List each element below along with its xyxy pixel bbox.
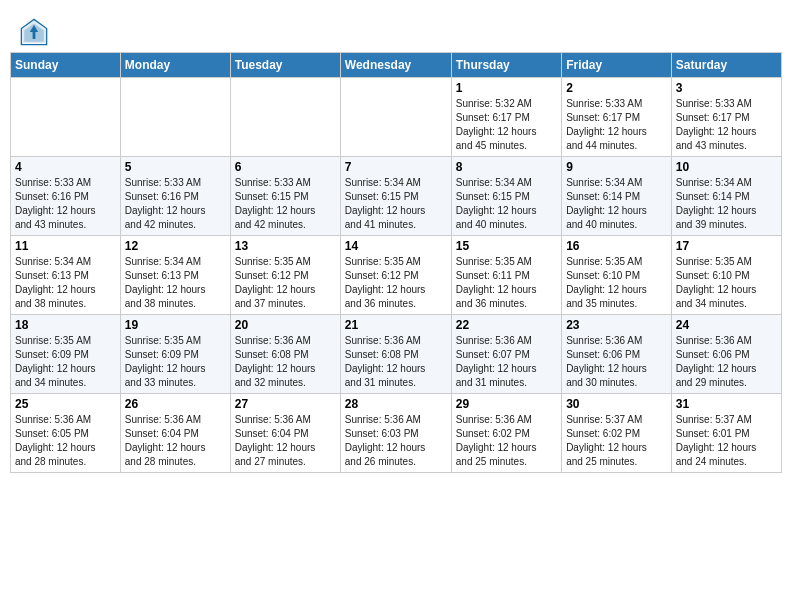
day-number: 27 <box>235 397 336 411</box>
calendar-cell: 20Sunrise: 5:36 AM Sunset: 6:08 PM Dayli… <box>230 315 340 394</box>
weekday-header: Friday <box>562 53 672 78</box>
day-info: Sunrise: 5:33 AM Sunset: 6:15 PM Dayligh… <box>235 176 336 232</box>
day-number: 23 <box>566 318 667 332</box>
calendar-week-row: 18Sunrise: 5:35 AM Sunset: 6:09 PM Dayli… <box>11 315 782 394</box>
calendar-cell: 1Sunrise: 5:32 AM Sunset: 6:17 PM Daylig… <box>451 78 561 157</box>
calendar-cell: 24Sunrise: 5:36 AM Sunset: 6:06 PM Dayli… <box>671 315 781 394</box>
calendar-cell: 25Sunrise: 5:36 AM Sunset: 6:05 PM Dayli… <box>11 394 121 473</box>
calendar-cell: 21Sunrise: 5:36 AM Sunset: 6:08 PM Dayli… <box>340 315 451 394</box>
day-info: Sunrise: 5:35 AM Sunset: 6:12 PM Dayligh… <box>345 255 447 311</box>
day-info: Sunrise: 5:34 AM Sunset: 6:15 PM Dayligh… <box>345 176 447 232</box>
day-number: 31 <box>676 397 777 411</box>
weekday-header: Tuesday <box>230 53 340 78</box>
day-info: Sunrise: 5:33 AM Sunset: 6:17 PM Dayligh… <box>566 97 667 153</box>
day-number: 16 <box>566 239 667 253</box>
day-info: Sunrise: 5:36 AM Sunset: 6:08 PM Dayligh… <box>345 334 447 390</box>
day-number: 14 <box>345 239 447 253</box>
calendar-header-row: SundayMondayTuesdayWednesdayThursdayFrid… <box>11 53 782 78</box>
weekday-header: Monday <box>120 53 230 78</box>
calendar-cell: 13Sunrise: 5:35 AM Sunset: 6:12 PM Dayli… <box>230 236 340 315</box>
day-number: 10 <box>676 160 777 174</box>
calendar-table: SundayMondayTuesdayWednesdayThursdayFrid… <box>10 52 782 473</box>
day-number: 19 <box>125 318 226 332</box>
calendar-cell: 9Sunrise: 5:34 AM Sunset: 6:14 PM Daylig… <box>562 157 672 236</box>
day-number: 11 <box>15 239 116 253</box>
calendar-cell: 17Sunrise: 5:35 AM Sunset: 6:10 PM Dayli… <box>671 236 781 315</box>
day-number: 15 <box>456 239 557 253</box>
calendar-cell: 18Sunrise: 5:35 AM Sunset: 6:09 PM Dayli… <box>11 315 121 394</box>
day-info: Sunrise: 5:32 AM Sunset: 6:17 PM Dayligh… <box>456 97 557 153</box>
day-info: Sunrise: 5:35 AM Sunset: 6:11 PM Dayligh… <box>456 255 557 311</box>
calendar-cell: 8Sunrise: 5:34 AM Sunset: 6:15 PM Daylig… <box>451 157 561 236</box>
page-header <box>10 10 782 52</box>
day-info: Sunrise: 5:37 AM Sunset: 6:02 PM Dayligh… <box>566 413 667 469</box>
calendar-cell: 14Sunrise: 5:35 AM Sunset: 6:12 PM Dayli… <box>340 236 451 315</box>
calendar-cell <box>120 78 230 157</box>
day-info: Sunrise: 5:35 AM Sunset: 6:10 PM Dayligh… <box>676 255 777 311</box>
calendar-cell: 28Sunrise: 5:36 AM Sunset: 6:03 PM Dayli… <box>340 394 451 473</box>
day-number: 28 <box>345 397 447 411</box>
calendar-cell: 3Sunrise: 5:33 AM Sunset: 6:17 PM Daylig… <box>671 78 781 157</box>
day-number: 7 <box>345 160 447 174</box>
logo <box>20 18 52 46</box>
day-info: Sunrise: 5:37 AM Sunset: 6:01 PM Dayligh… <box>676 413 777 469</box>
day-number: 22 <box>456 318 557 332</box>
day-info: Sunrise: 5:36 AM Sunset: 6:04 PM Dayligh… <box>125 413 226 469</box>
day-number: 29 <box>456 397 557 411</box>
calendar-cell: 23Sunrise: 5:36 AM Sunset: 6:06 PM Dayli… <box>562 315 672 394</box>
calendar-cell: 26Sunrise: 5:36 AM Sunset: 6:04 PM Dayli… <box>120 394 230 473</box>
calendar-week-row: 25Sunrise: 5:36 AM Sunset: 6:05 PM Dayli… <box>11 394 782 473</box>
day-number: 9 <box>566 160 667 174</box>
calendar-week-row: 11Sunrise: 5:34 AM Sunset: 6:13 PM Dayli… <box>11 236 782 315</box>
day-number: 5 <box>125 160 226 174</box>
day-info: Sunrise: 5:36 AM Sunset: 6:02 PM Dayligh… <box>456 413 557 469</box>
calendar-cell: 27Sunrise: 5:36 AM Sunset: 6:04 PM Dayli… <box>230 394 340 473</box>
calendar-cell: 5Sunrise: 5:33 AM Sunset: 6:16 PM Daylig… <box>120 157 230 236</box>
day-number: 24 <box>676 318 777 332</box>
day-info: Sunrise: 5:35 AM Sunset: 6:09 PM Dayligh… <box>125 334 226 390</box>
calendar-cell: 12Sunrise: 5:34 AM Sunset: 6:13 PM Dayli… <box>120 236 230 315</box>
calendar-week-row: 1Sunrise: 5:32 AM Sunset: 6:17 PM Daylig… <box>11 78 782 157</box>
weekday-header: Sunday <box>11 53 121 78</box>
day-info: Sunrise: 5:36 AM Sunset: 6:08 PM Dayligh… <box>235 334 336 390</box>
day-number: 17 <box>676 239 777 253</box>
day-info: Sunrise: 5:34 AM Sunset: 6:13 PM Dayligh… <box>125 255 226 311</box>
day-number: 13 <box>235 239 336 253</box>
day-number: 4 <box>15 160 116 174</box>
day-number: 20 <box>235 318 336 332</box>
day-number: 2 <box>566 81 667 95</box>
day-info: Sunrise: 5:35 AM Sunset: 6:09 PM Dayligh… <box>15 334 116 390</box>
day-info: Sunrise: 5:34 AM Sunset: 6:14 PM Dayligh… <box>566 176 667 232</box>
calendar-cell: 15Sunrise: 5:35 AM Sunset: 6:11 PM Dayli… <box>451 236 561 315</box>
day-number: 30 <box>566 397 667 411</box>
calendar-cell: 11Sunrise: 5:34 AM Sunset: 6:13 PM Dayli… <box>11 236 121 315</box>
calendar-cell: 16Sunrise: 5:35 AM Sunset: 6:10 PM Dayli… <box>562 236 672 315</box>
calendar-cell <box>11 78 121 157</box>
calendar-week-row: 4Sunrise: 5:33 AM Sunset: 6:16 PM Daylig… <box>11 157 782 236</box>
day-number: 6 <box>235 160 336 174</box>
day-number: 8 <box>456 160 557 174</box>
day-number: 26 <box>125 397 226 411</box>
calendar-cell <box>230 78 340 157</box>
weekday-header: Saturday <box>671 53 781 78</box>
day-info: Sunrise: 5:36 AM Sunset: 6:07 PM Dayligh… <box>456 334 557 390</box>
day-info: Sunrise: 5:33 AM Sunset: 6:16 PM Dayligh… <box>125 176 226 232</box>
day-number: 3 <box>676 81 777 95</box>
calendar-cell <box>340 78 451 157</box>
calendar-cell: 22Sunrise: 5:36 AM Sunset: 6:07 PM Dayli… <box>451 315 561 394</box>
day-info: Sunrise: 5:35 AM Sunset: 6:12 PM Dayligh… <box>235 255 336 311</box>
calendar-cell: 10Sunrise: 5:34 AM Sunset: 6:14 PM Dayli… <box>671 157 781 236</box>
calendar-cell: 29Sunrise: 5:36 AM Sunset: 6:02 PM Dayli… <box>451 394 561 473</box>
day-info: Sunrise: 5:36 AM Sunset: 6:06 PM Dayligh… <box>566 334 667 390</box>
calendar-cell: 30Sunrise: 5:37 AM Sunset: 6:02 PM Dayli… <box>562 394 672 473</box>
day-number: 21 <box>345 318 447 332</box>
day-info: Sunrise: 5:34 AM Sunset: 6:15 PM Dayligh… <box>456 176 557 232</box>
day-info: Sunrise: 5:36 AM Sunset: 6:06 PM Dayligh… <box>676 334 777 390</box>
day-number: 12 <box>125 239 226 253</box>
weekday-header: Thursday <box>451 53 561 78</box>
calendar-cell: 7Sunrise: 5:34 AM Sunset: 6:15 PM Daylig… <box>340 157 451 236</box>
day-info: Sunrise: 5:36 AM Sunset: 6:04 PM Dayligh… <box>235 413 336 469</box>
day-info: Sunrise: 5:34 AM Sunset: 6:14 PM Dayligh… <box>676 176 777 232</box>
logo-icon <box>20 18 48 46</box>
calendar-cell: 4Sunrise: 5:33 AM Sunset: 6:16 PM Daylig… <box>11 157 121 236</box>
